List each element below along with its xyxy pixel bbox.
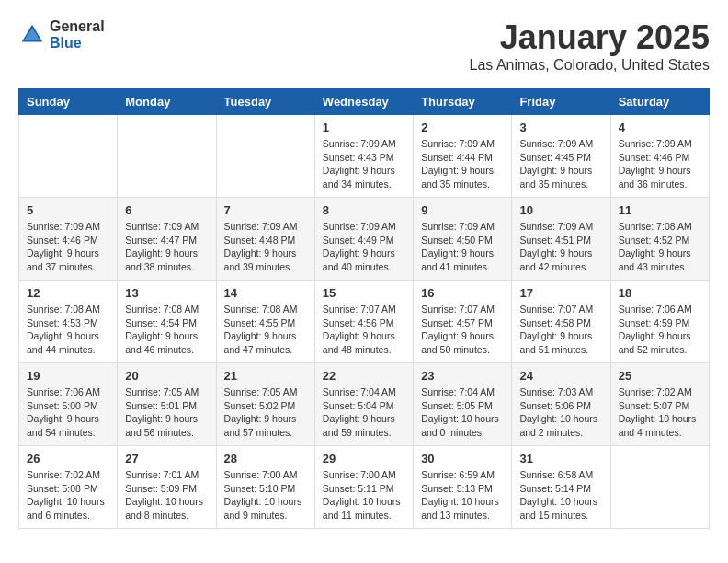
day-number: 20 [125, 369, 208, 383]
day-number: 4 [619, 121, 701, 134]
calendar-cell: 30Sunrise: 6:59 AM Sunset: 5:13 PM Dayli… [414, 446, 512, 529]
calendar-week-row: 19Sunrise: 7:06 AM Sunset: 5:00 PM Dayli… [19, 363, 710, 446]
calendar-cell: 1Sunrise: 7:09 AM Sunset: 4:43 PM Daylig… [314, 115, 413, 198]
day-info: Sunrise: 7:08 AM Sunset: 4:52 PM Dayligh… [619, 220, 701, 274]
calendar-body: 1Sunrise: 7:09 AM Sunset: 4:43 PM Daylig… [19, 115, 710, 529]
day-number: 12 [27, 286, 109, 300]
weekday-row: SundayMondayTuesdayWednesdayThursdayFrid… [19, 89, 710, 115]
day-info: Sunrise: 7:09 AM Sunset: 4:44 PM Dayligh… [421, 137, 504, 191]
day-info: Sunrise: 7:09 AM Sunset: 4:45 PM Dayligh… [519, 137, 602, 191]
weekday-header: Monday [118, 89, 216, 115]
calendar-week-row: 26Sunrise: 7:02 AM Sunset: 5:08 PM Dayli… [19, 446, 710, 529]
calendar-cell [216, 115, 314, 198]
weekday-header: Tuesday [216, 89, 314, 115]
day-info: Sunrise: 7:09 AM Sunset: 4:46 PM Dayligh… [27, 220, 109, 274]
day-info: Sunrise: 7:02 AM Sunset: 5:07 PM Dayligh… [619, 385, 701, 440]
day-info: Sunrise: 7:00 AM Sunset: 5:11 PM Dayligh… [323, 468, 405, 523]
day-number: 28 [224, 452, 307, 465]
calendar-cell: 17Sunrise: 7:07 AM Sunset: 4:58 PM Dayli… [512, 281, 610, 363]
day-info: Sunrise: 7:03 AM Sunset: 5:06 PM Dayligh… [519, 385, 602, 440]
calendar-cell: 4Sunrise: 7:09 AM Sunset: 4:46 PM Daylig… [610, 115, 709, 198]
calendar-cell: 9Sunrise: 7:09 AM Sunset: 4:50 PM Daylig… [414, 198, 512, 281]
calendar-cell: 7Sunrise: 7:09 AM Sunset: 4:48 PM Daylig… [216, 198, 314, 281]
calendar-cell: 5Sunrise: 7:09 AM Sunset: 4:46 PM Daylig… [19, 198, 118, 281]
day-info: Sunrise: 7:09 AM Sunset: 4:43 PM Dayligh… [323, 137, 405, 191]
logo-blue: Blue [50, 35, 105, 52]
location-title: Las Animas, Colorado, United States [470, 57, 710, 74]
day-number: 27 [125, 452, 208, 465]
calendar-cell: 8Sunrise: 7:09 AM Sunset: 4:49 PM Daylig… [314, 198, 413, 281]
calendar-cell: 25Sunrise: 7:02 AM Sunset: 5:07 PM Dayli… [610, 363, 709, 446]
month-title: January 2025 [470, 18, 710, 57]
logo-icon [18, 21, 46, 49]
day-number: 1 [323, 121, 405, 134]
calendar-cell: 15Sunrise: 7:07 AM Sunset: 4:56 PM Dayli… [314, 281, 413, 363]
day-number: 6 [125, 203, 208, 217]
calendar-cell [118, 115, 216, 198]
day-number: 17 [519, 286, 602, 300]
calendar-week-row: 5Sunrise: 7:09 AM Sunset: 4:46 PM Daylig… [19, 198, 710, 281]
title-section: January 2025 Las Animas, Colorado, Unite… [470, 18, 710, 74]
calendar-cell: 27Sunrise: 7:01 AM Sunset: 5:09 PM Dayli… [118, 446, 216, 529]
calendar-header: SundayMondayTuesdayWednesdayThursdayFrid… [19, 89, 710, 115]
calendar-cell: 31Sunrise: 6:58 AM Sunset: 5:14 PM Dayli… [512, 446, 610, 529]
calendar-cell: 28Sunrise: 7:00 AM Sunset: 5:10 PM Dayli… [216, 446, 314, 529]
calendar-cell: 13Sunrise: 7:08 AM Sunset: 4:54 PM Dayli… [118, 281, 216, 363]
calendar-week-row: 12Sunrise: 7:08 AM Sunset: 4:53 PM Dayli… [19, 281, 710, 363]
calendar-cell: 2Sunrise: 7:09 AM Sunset: 4:44 PM Daylig… [414, 115, 512, 198]
weekday-header: Thursday [414, 89, 512, 115]
day-info: Sunrise: 7:09 AM Sunset: 4:49 PM Dayligh… [323, 220, 405, 274]
logo-general: General [50, 18, 105, 35]
calendar-cell: 14Sunrise: 7:08 AM Sunset: 4:55 PM Dayli… [216, 281, 314, 363]
day-number: 29 [323, 452, 405, 465]
day-info: Sunrise: 7:06 AM Sunset: 5:00 PM Dayligh… [27, 385, 109, 440]
day-number: 14 [224, 286, 307, 300]
day-info: Sunrise: 7:09 AM Sunset: 4:48 PM Dayligh… [224, 220, 307, 274]
calendar-cell: 16Sunrise: 7:07 AM Sunset: 4:57 PM Dayli… [414, 281, 512, 363]
calendar-cell: 22Sunrise: 7:04 AM Sunset: 5:04 PM Dayli… [314, 363, 413, 446]
day-number: 31 [519, 452, 602, 465]
day-info: Sunrise: 7:06 AM Sunset: 4:59 PM Dayligh… [619, 303, 701, 357]
day-info: Sunrise: 7:08 AM Sunset: 4:53 PM Dayligh… [27, 303, 109, 357]
day-info: Sunrise: 7:01 AM Sunset: 5:09 PM Dayligh… [125, 468, 208, 523]
day-info: Sunrise: 7:09 AM Sunset: 4:50 PM Dayligh… [421, 220, 504, 274]
day-info: Sunrise: 7:09 AM Sunset: 4:46 PM Dayligh… [619, 137, 701, 191]
day-info: Sunrise: 7:04 AM Sunset: 5:05 PM Dayligh… [421, 385, 504, 440]
day-info: Sunrise: 7:08 AM Sunset: 4:54 PM Dayligh… [125, 303, 208, 357]
day-info: Sunrise: 7:02 AM Sunset: 5:08 PM Dayligh… [27, 468, 109, 523]
weekday-header: Sunday [19, 89, 118, 115]
day-number: 7 [224, 203, 307, 217]
day-info: Sunrise: 7:05 AM Sunset: 5:01 PM Dayligh… [125, 385, 208, 440]
weekday-header: Wednesday [314, 89, 413, 115]
day-info: Sunrise: 7:07 AM Sunset: 4:56 PM Dayligh… [323, 303, 405, 357]
day-info: Sunrise: 7:05 AM Sunset: 5:02 PM Dayligh… [224, 385, 307, 440]
day-info: Sunrise: 7:09 AM Sunset: 4:47 PM Dayligh… [125, 220, 208, 274]
day-info: Sunrise: 7:08 AM Sunset: 4:55 PM Dayligh… [224, 303, 307, 357]
weekday-header: Friday [512, 89, 610, 115]
calendar-cell: 24Sunrise: 7:03 AM Sunset: 5:06 PM Dayli… [512, 363, 610, 446]
day-number: 8 [323, 203, 405, 217]
calendar-cell [19, 115, 118, 198]
logo-text: General Blue [50, 18, 105, 51]
day-number: 11 [619, 203, 701, 217]
day-info: Sunrise: 7:09 AM Sunset: 4:51 PM Dayligh… [519, 220, 602, 274]
calendar-cell [610, 446, 709, 529]
calendar-cell: 3Sunrise: 7:09 AM Sunset: 4:45 PM Daylig… [512, 115, 610, 198]
day-info: Sunrise: 7:04 AM Sunset: 5:04 PM Dayligh… [323, 385, 405, 440]
calendar-cell: 23Sunrise: 7:04 AM Sunset: 5:05 PM Dayli… [414, 363, 512, 446]
day-number: 9 [421, 203, 504, 217]
day-number: 18 [619, 286, 701, 300]
day-number: 13 [125, 286, 208, 300]
day-number: 2 [421, 121, 504, 134]
logo: General Blue [18, 18, 105, 51]
day-number: 23 [421, 369, 504, 383]
day-number: 10 [519, 203, 602, 217]
page-header: General Blue January 2025 Las Animas, Co… [18, 18, 710, 74]
calendar-cell: 21Sunrise: 7:05 AM Sunset: 5:02 PM Dayli… [216, 363, 314, 446]
calendar-week-row: 1Sunrise: 7:09 AM Sunset: 4:43 PM Daylig… [19, 115, 710, 198]
calendar-cell: 11Sunrise: 7:08 AM Sunset: 4:52 PM Dayli… [610, 198, 709, 281]
day-number: 15 [323, 286, 405, 300]
weekday-header: Saturday [610, 89, 709, 115]
day-info: Sunrise: 7:00 AM Sunset: 5:10 PM Dayligh… [224, 468, 307, 523]
calendar-cell: 12Sunrise: 7:08 AM Sunset: 4:53 PM Dayli… [19, 281, 118, 363]
